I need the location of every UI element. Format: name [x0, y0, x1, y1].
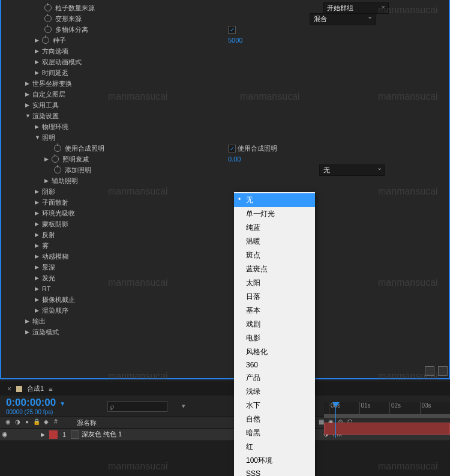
layer-expand-icon[interactable]: ▶ — [38, 432, 47, 438]
value-seed[interactable]: 5000 — [228, 37, 242, 44]
stopwatch-icon[interactable] — [54, 166, 61, 173]
solo-column-icon[interactable]: ● — [23, 418, 31, 427]
popup-item-light-green[interactable]: 浅绿 — [234, 385, 315, 399]
search-dropdown-icon[interactable]: ▾ — [182, 402, 185, 410]
playhead-icon[interactable] — [332, 402, 340, 407]
timeline-tab-bar: × 合成1 ≡ — [0, 382, 450, 396]
group-lighting[interactable]: ▼照明 — [1, 132, 449, 143]
panel-footer-icons — [425, 366, 448, 376]
tab-menu-icon[interactable]: ≡ — [49, 385, 52, 393]
ruler-tick: 01s — [359, 402, 390, 414]
group-time-delay[interactable]: ▶时间延迟 — [1, 67, 449, 78]
source-name-header[interactable]: 源名称 — [77, 418, 97, 427]
stopwatch-icon[interactable] — [42, 37, 49, 44]
group-dual-anim-mode[interactable]: ▶双层动画模式 — [1, 56, 449, 67]
stopwatch-icon[interactable] — [44, 26, 52, 33]
prop-seed[interactable]: ▶ 种子 5000 — [1, 35, 449, 46]
group-dof[interactable]: ▶景深 — [1, 262, 449, 273]
group-world-transform[interactable]: ▶世界坐标变换 — [1, 78, 449, 89]
popup-item-sun[interactable]: 太阳 — [234, 276, 315, 290]
layer-duration-bar[interactable] — [324, 423, 450, 435]
audio-column-icon[interactable]: ◑ — [13, 418, 22, 427]
prop-light-falloff[interactable]: ▶ 照明衰减 0.00 — [1, 154, 449, 164]
group-ambient-occlusion[interactable]: ▶环境光吸收 — [1, 208, 449, 218]
expand-arrow-icon[interactable]: ▶ — [35, 37, 41, 43]
dropdown-particle-source[interactable]: 开始群组 — [323, 2, 389, 14]
group-shadows[interactable]: ▶阴影 — [1, 186, 449, 197]
playhead-line — [335, 402, 336, 438]
lock-column-icon[interactable]: 🔒 — [32, 418, 41, 427]
popup-item-dark[interactable]: 暗黑 — [234, 426, 315, 440]
tab-close-icon[interactable]: × — [7, 385, 11, 393]
checkbox-multi-object[interactable]: ✓ — [228, 26, 236, 34]
group-motion-blur[interactable]: ▶动感模糊 — [1, 251, 449, 262]
group-rt[interactable]: ▶RT — [1, 283, 449, 294]
group-render-settings[interactable]: ▼渲染设置 — [1, 110, 449, 121]
group-child-scatter[interactable]: ▶子面散射 — [1, 197, 449, 208]
popup-item-stylized[interactable]: 风格化 — [234, 345, 315, 359]
popup-item-drama[interactable]: 戏剧 — [234, 318, 315, 331]
popup-item-single-light[interactable]: 单一灯光 — [234, 207, 315, 221]
layer-number: 1 — [60, 431, 68, 438]
popup-item-movie[interactable]: 电影 — [234, 331, 315, 345]
group-render-mode[interactable]: ▶渲染模式 — [1, 327, 449, 337]
popup-item-spot[interactable]: 斑点 — [234, 249, 315, 262]
checkbox-comp-lighting[interactable]: ✓ — [228, 145, 236, 152]
panel-icon-2[interactable] — [438, 366, 448, 376]
group-render-order[interactable]: ▶渲染顺序 — [1, 305, 449, 316]
group-glow[interactable]: ▶发光 — [1, 273, 449, 283]
effects-controls-panel: 粒子数量来源 开始群组 变形来源 混合 多物体分离 ✓ ▶ 种子 5000 ▶方… — [0, 0, 450, 379]
stopwatch-icon[interactable] — [52, 155, 59, 163]
layer-name[interactable]: 深灰色 纯色 1 — [82, 430, 122, 439]
value-light-falloff[interactable]: 0.00 — [228, 155, 241, 163]
popup-item-none[interactable]: 无 — [234, 193, 315, 207]
popup-item-360[interactable]: 360 — [234, 359, 315, 371]
ruler-tick: 03s — [420, 402, 451, 414]
popup-item-sss[interactable]: SSS — [234, 468, 315, 476]
popup-item-warm[interactable]: 温暖 — [234, 235, 315, 249]
group-reflection[interactable]: ▶反射 — [1, 229, 449, 240]
stopwatch-icon[interactable] — [44, 4, 52, 11]
stopwatch-icon[interactable] — [44, 15, 52, 22]
timeline-search-input[interactable] — [107, 401, 167, 412]
popup-item-red[interactable]: 红 — [234, 440, 315, 454]
layer-label-color[interactable] — [49, 430, 58, 439]
popup-item-sunset[interactable]: 日落 — [234, 290, 315, 304]
prop-add-lighting[interactable]: 添加照明 无 — [1, 164, 449, 175]
group-custom-layers[interactable]: ▶自定义图层 — [1, 89, 449, 100]
prop-transform-source[interactable]: 变形来源 混合 — [1, 13, 449, 24]
timecode-caret-icon[interactable]: ▼ — [59, 400, 65, 407]
dropdown-add-lighting[interactable]: 无 — [319, 164, 385, 176]
number-column-icon[interactable]: # — [52, 418, 60, 427]
popup-item-blue-spot[interactable]: 蓝斑点 — [234, 262, 315, 276]
popup-item-basic[interactable]: 基本 — [234, 304, 315, 318]
watermark-text: manmansucai — [378, 461, 438, 472]
panel-icon-1[interactable] — [425, 366, 434, 376]
popup-item-pure-blue[interactable]: 纯蓝 — [234, 221, 315, 235]
group-matte-shadows[interactable]: ▶蒙板阴影 — [1, 218, 449, 229]
group-fog[interactable]: ▶雾 — [1, 240, 449, 251]
visibility-toggle-icon[interactable]: ◉ — [0, 430, 10, 438]
group-aux-lighting[interactable]: ▶辅助照明 — [1, 175, 449, 186]
add-lighting-popup: 无 单一灯光 纯蓝 温暖 斑点 蓝斑点 太阳 日落 基本 戏剧 电影 风格化 3… — [234, 192, 315, 476]
prop-particle-count-source[interactable]: 粒子数量来源 开始群组 — [1, 2, 449, 13]
group-physics-env[interactable]: ▶物理环境 — [1, 121, 449, 132]
popup-item-100env[interactable]: 100环境 — [234, 454, 315, 468]
comp-tab-name[interactable]: 合成1 — [27, 384, 44, 393]
time-ruler[interactable]: 00s 01s 02s 03s — [324, 402, 450, 414]
label-column-icon[interactable]: ◆ — [42, 418, 50, 427]
group-camera-cutoff[interactable]: ▶摄像机截止 — [1, 294, 449, 305]
prop-use-comp-lighting[interactable]: 使用合成照明 ✓ 使用合成照明 — [1, 143, 449, 154]
group-utilities[interactable]: ▶实用工具 — [1, 100, 449, 110]
stopwatch-icon[interactable] — [54, 145, 61, 152]
current-timecode[interactable]: 0:00:00:00 — [6, 397, 56, 409]
visibility-column-icon[interactable]: ◉ — [4, 418, 12, 427]
popup-item-underwater[interactable]: 水下 — [234, 399, 315, 412]
popup-item-product[interactable]: 产品 — [234, 371, 315, 385]
popup-item-natural[interactable]: 自然 — [234, 412, 315, 426]
group-direction-options[interactable]: ▶方向选项 — [1, 46, 449, 56]
group-output[interactable]: ▶输出 — [1, 316, 449, 327]
dropdown-transform-source[interactable]: 混合 — [310, 13, 376, 25]
prop-multi-object-separate[interactable]: 多物体分离 ✓ — [1, 24, 449, 35]
ruler-tick: 02s — [389, 402, 420, 414]
